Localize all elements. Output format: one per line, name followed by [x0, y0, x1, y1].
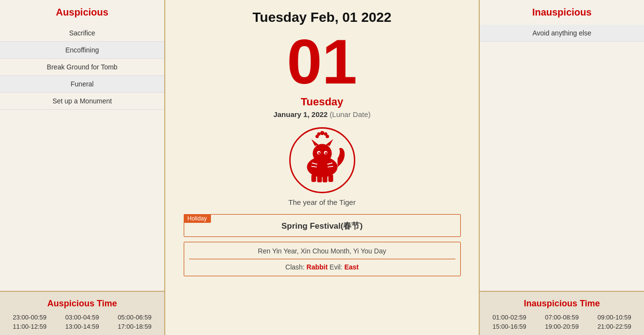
inauspicious-time-item: 19:00-20:59: [537, 323, 587, 330]
year-label: The year of the Tiger: [288, 198, 355, 206]
holiday-section: Holiday Spring Festival(春节): [184, 214, 461, 237]
inauspicious-time-item: 21:00-22:59: [590, 323, 639, 330]
auspicious-section: Auspicious SacrificeEncoffiningBreak Gro…: [0, 0, 164, 291]
inauspicious-time-item: 09:00-10:59: [590, 314, 639, 321]
auspicious-list: SacrificeEncoffiningBreak Ground for Tom…: [0, 25, 164, 110]
inauspicious-time-item: 01:00-02:59: [485, 314, 534, 321]
inauspicious-header: Inauspicious: [480, 0, 644, 25]
tiger-icon: [288, 126, 356, 194]
svg-rect-5: [311, 174, 316, 182]
auspicious-time-item: 11:00-12:59: [5, 323, 54, 330]
clash-value: Rabbit: [307, 263, 328, 271]
inauspicious-time-item: 07:00-08:59: [537, 314, 587, 321]
auspicious-header: Auspicious: [0, 0, 164, 25]
svg-rect-8: [328, 174, 333, 182]
svg-marker-3: [311, 139, 318, 146]
auspicious-time-grid: 23:00-00:5903:00-04:5905:00-06:5911:00-1…: [5, 314, 159, 330]
auspicious-list-item: Set up a Monument: [0, 93, 164, 110]
svg-point-12: [325, 152, 327, 154]
lunar-date-note: (Lunar Date): [330, 110, 370, 118]
left-panel: Auspicious SacrificeEncoffiningBreak Gro…: [0, 0, 165, 335]
info-section: Ren Yin Year, Xin Chou Month, Yi You Day…: [184, 242, 461, 276]
inauspicious-list-item: Avoid anything else: [480, 25, 644, 42]
auspicious-time-item: 17:00-18:59: [110, 323, 159, 330]
main-title: Tuesday Feb, 01 2022: [253, 10, 392, 25]
auspicious-list-item: Encoffining: [0, 42, 164, 59]
svg-marker-4: [326, 139, 333, 146]
inauspicious-list: Avoid anything else: [480, 25, 644, 42]
evil-label: Evil:: [330, 263, 344, 271]
evil-value: East: [344, 263, 359, 271]
day-name: Tuesday: [301, 96, 344, 108]
holiday-badge: Holiday: [184, 214, 211, 223]
auspicious-list-item: Break Ground for Tomb: [0, 59, 164, 76]
inauspicious-time-item: 15:00-16:59: [485, 323, 534, 330]
clash-info: Clash: Rabbit Evil: East: [189, 263, 455, 271]
center-panel: Tuesday Feb, 01 2022 01 Tuesday January …: [165, 0, 479, 335]
inauspicious-time-header: Inauspicious Time: [485, 299, 639, 309]
svg-point-21: [315, 135, 319, 138]
inauspicious-time-grid: 01:00-02:5907:00-08:5909:00-10:5915:00-1…: [485, 314, 639, 330]
svg-rect-7: [322, 176, 327, 183]
day-number: 01: [287, 30, 357, 93]
auspicious-time-header: Auspicious Time: [5, 299, 159, 309]
auspicious-time-section: Auspicious Time 23:00-00:5903:00-04:5905…: [0, 291, 164, 335]
svg-rect-6: [317, 176, 322, 183]
svg-point-11: [318, 152, 320, 154]
auspicious-list-item: Funeral: [0, 76, 164, 93]
inauspicious-section: Inauspicious Avoid anything else: [480, 0, 644, 291]
svg-point-18: [320, 131, 324, 135]
lunar-date-bold: January 1, 2022: [273, 110, 328, 118]
auspicious-time-item: 05:00-06:59: [110, 314, 159, 321]
auspicious-time-item: 23:00-00:59: [5, 314, 54, 321]
holiday-name: Spring Festival(春节): [184, 215, 460, 236]
inauspicious-time-section: Inauspicious Time 01:00-02:5907:00-08:59…: [480, 291, 644, 335]
clash-label: Clash:: [285, 263, 305, 271]
auspicious-time-item: 03:00-04:59: [57, 314, 107, 321]
auspicious-list-item: Sacrifice: [0, 25, 164, 42]
svg-point-13: [321, 155, 324, 157]
svg-point-2: [313, 144, 331, 163]
auspicious-time-item: 13:00-14:59: [57, 323, 107, 330]
right-panel: Inauspicious Avoid anything else Inauspi…: [479, 0, 644, 335]
year-info: Ren Yin Year, Xin Chou Month, Yi You Day: [189, 247, 455, 259]
svg-point-22: [326, 135, 329, 138]
lunar-date: January 1, 2022 (Lunar Date): [273, 110, 370, 118]
